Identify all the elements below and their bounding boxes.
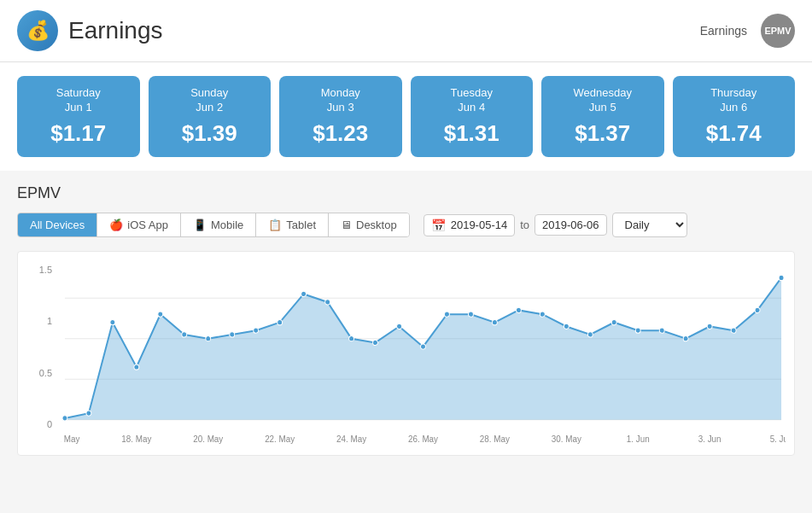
svg-point-24	[540, 312, 545, 317]
svg-point-15	[325, 300, 330, 305]
svg-point-33	[755, 307, 760, 312]
header-nav: Earnings EPMV	[700, 14, 795, 48]
svg-text:22. May: 22. May	[265, 434, 295, 444]
header-left: 💰 Earnings	[17, 10, 163, 51]
chart-svg: 16. May18. May20. May22. May24. May26. M…	[61, 269, 786, 446]
svg-point-8	[158, 312, 163, 317]
svg-point-25	[564, 324, 569, 329]
ios-icon: 🍎	[109, 219, 123, 231]
day-card-date: Jun 2	[162, 101, 258, 114]
filter-bar: All Devices🍎iOS App📱Mobile📋Tablet🖥Deskto…	[17, 213, 795, 237]
filter-btn-mobile[interactable]: 📱Mobile	[181, 213, 256, 236]
day-card-day: Tuesday	[424, 86, 520, 99]
svg-point-21	[468, 312, 473, 317]
svg-point-18	[397, 324, 402, 329]
header: 💰 Earnings Earnings EPMV	[0, 0, 812, 62]
svg-text:30. May: 30. May	[552, 434, 582, 444]
day-card-date: Jun 4	[424, 101, 520, 114]
filter-btn-ios[interactable]: 🍎iOS App	[97, 213, 181, 236]
svg-text:28. May: 28. May	[480, 434, 511, 444]
svg-point-17	[373, 340, 378, 345]
filter-btn-label: Mobile	[211, 219, 243, 231]
date-from-value: 2019-05-14	[451, 219, 508, 231]
filter-btn-label: All Devices	[30, 219, 85, 231]
day-cards-container: Saturday Jun 1 $1.17 Sunday Jun 2 $1.39 …	[0, 62, 812, 171]
earnings-nav-link[interactable]: Earnings	[700, 24, 747, 38]
svg-point-6	[110, 320, 115, 325]
y-axis-labels: 1.510.50	[18, 265, 56, 429]
day-card-day: Sunday	[162, 86, 258, 99]
day-card-date: Jun 1	[31, 101, 126, 114]
calendar-icon: 📅	[431, 219, 446, 232]
day-card-day: Monday	[293, 86, 388, 99]
svg-point-20	[445, 312, 450, 317]
svg-point-16	[349, 336, 354, 341]
day-card-2[interactable]: Monday Jun 3 $1.23	[279, 76, 402, 157]
svg-point-7	[134, 364, 139, 370]
svg-text:26. May: 26. May	[408, 434, 439, 444]
svg-point-22	[492, 320, 497, 325]
svg-point-13	[277, 320, 283, 325]
svg-point-11	[230, 332, 235, 337]
mobile-icon: 📱	[193, 219, 207, 231]
svg-text:16. May: 16. May	[61, 434, 80, 444]
svg-text:3. Jun: 3. Jun	[698, 434, 721, 444]
svg-point-4	[62, 416, 67, 421]
svg-point-30	[683, 336, 688, 341]
day-card-value: $1.17	[31, 120, 126, 147]
day-card-value: $1.37	[555, 120, 651, 147]
day-card-4[interactable]: Wednesday Jun 5 $1.37	[541, 76, 664, 157]
svg-point-31	[707, 324, 712, 329]
filter-btn-all[interactable]: All Devices	[18, 213, 97, 236]
svg-point-32	[731, 328, 736, 333]
epmv-section-title: EPMV	[17, 184, 795, 202]
y-label: 1	[18, 316, 52, 326]
day-card-5[interactable]: Thursday Jun 6 $1.74	[673, 76, 796, 157]
date-separator: to	[520, 219, 529, 231]
filter-btn-label: Tablet	[286, 219, 316, 231]
y-label: 0	[18, 419, 52, 429]
day-card-date: Jun 6	[686, 101, 782, 114]
day-card-value: $1.31	[424, 120, 520, 147]
day-card-day: Thursday	[686, 86, 782, 99]
svg-point-26	[587, 332, 593, 337]
svg-text:20. May: 20. May	[193, 434, 224, 444]
svg-point-14	[301, 291, 307, 296]
day-card-day: Saturday	[31, 86, 126, 99]
desktop-icon: 🖥	[341, 219, 352, 231]
day-card-day: Wednesday	[555, 86, 651, 99]
date-from-group[interactable]: 📅 2019-05-14	[424, 214, 516, 236]
main-content: EPMV All Devices🍎iOS App📱Mobile📋Tablet🖥D…	[0, 171, 812, 469]
svg-text:18. May: 18. May	[121, 434, 152, 444]
day-card-3[interactable]: Tuesday Jun 4 $1.31	[411, 76, 534, 157]
svg-text:1. Jun: 1. Jun	[627, 434, 650, 444]
day-card-0[interactable]: Saturday Jun 1 $1.17	[17, 76, 140, 157]
filter-btn-tablet[interactable]: 📋Tablet	[256, 213, 329, 236]
svg-point-27	[611, 320, 616, 325]
filter-btn-label: Desktop	[356, 219, 397, 231]
date-to-value: 2019-06-06	[542, 219, 599, 231]
day-card-value: $1.39	[162, 120, 258, 147]
day-card-date: Jun 5	[555, 101, 651, 114]
filter-btn-label: iOS App	[127, 219, 168, 231]
date-to-group[interactable]: 2019-06-06	[535, 214, 607, 236]
svg-text:24. May: 24. May	[336, 434, 367, 444]
chart-container: 1.510.50 16. May18. May20. May22. May24.…	[17, 251, 795, 456]
svg-point-12	[254, 328, 259, 333]
day-card-date: Jun 3	[293, 101, 388, 114]
svg-point-34	[779, 275, 784, 280]
day-card-1[interactable]: Sunday Jun 2 $1.39	[149, 76, 272, 157]
y-label: 1.5	[18, 265, 52, 275]
filter-btn-desktop[interactable]: 🖥Desktop	[329, 213, 409, 236]
svg-point-28	[635, 328, 640, 333]
svg-point-19	[421, 344, 426, 349]
svg-point-23	[516, 307, 521, 312]
day-card-value: $1.74	[686, 120, 782, 147]
tablet-icon: 📋	[268, 219, 282, 231]
svg-text:5. Jun: 5. Jun	[770, 434, 786, 444]
svg-point-10	[206, 336, 211, 341]
epmv-badge[interactable]: EPMV	[761, 14, 795, 48]
y-label: 0.5	[18, 368, 52, 378]
page-title: Earnings	[68, 17, 163, 44]
period-select[interactable]: DailyWeeklyMonthly	[612, 213, 687, 237]
